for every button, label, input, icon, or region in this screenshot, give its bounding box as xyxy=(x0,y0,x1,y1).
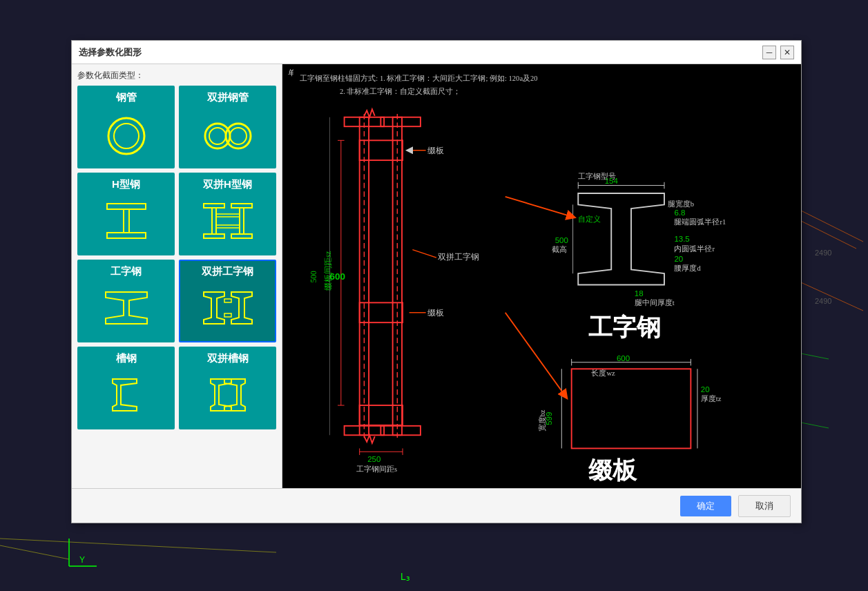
shape-label-h-beam: H型钢 xyxy=(112,178,140,191)
svg-point-19 xyxy=(230,128,247,144)
shape-selector-panel: 参数化截面类型： 钢管 双拼钢管 xyxy=(72,64,282,488)
shape-icon-gangguan xyxy=(83,104,169,163)
svg-text:2. 非标准工字钢：自定义截面尺寸；: 2. 非标准工字钢：自定义截面尺寸； xyxy=(340,87,461,95)
svg-rect-31 xyxy=(224,299,231,302)
svg-text:内圆弧半径r: 内圆弧半径r xyxy=(674,244,715,253)
shape-icon-double-h xyxy=(184,191,271,250)
svg-point-15 xyxy=(114,124,139,148)
shape-icon-channel xyxy=(83,365,169,424)
svg-text:13.5: 13.5 xyxy=(674,235,689,243)
svg-text:缀板: 缀板 xyxy=(427,309,444,317)
shape-label-gangguan: 钢管 xyxy=(116,91,137,104)
svg-text:600: 600 xyxy=(330,271,345,282)
svg-text:双拼工字钢: 双拼工字钢 xyxy=(438,252,479,261)
dialog-title: 选择参数化图形 xyxy=(79,46,142,59)
svg-text:腰厚度d: 腰厚度d xyxy=(674,264,701,272)
svg-text:2490: 2490 xyxy=(815,297,831,305)
svg-text:2490: 2490 xyxy=(815,249,831,257)
cancel-button[interactable]: 取消 xyxy=(738,495,791,517)
svg-text:500: 500 xyxy=(309,271,318,283)
svg-text:腿宽度b: 腿宽度b xyxy=(668,200,694,208)
shape-item-double-i[interactable]: 双拼工字钢 xyxy=(179,260,276,342)
svg-text:500: 500 xyxy=(555,236,568,244)
svg-rect-32 xyxy=(224,313,231,317)
svg-text:600: 600 xyxy=(617,354,630,362)
shape-item-channel[interactable]: 槽钢 xyxy=(77,347,175,429)
preview-area: 单位：mm 工字钢至钢柱锚固方式: 1. 标准工字钢：大间距大工字钢; 例如: … xyxy=(282,64,801,488)
shape-item-shuangpin-gangguan[interactable]: 双拼钢管 xyxy=(179,86,276,168)
shape-label-double-i: 双拼工字钢 xyxy=(202,265,253,278)
svg-text:腿中间厚度t: 腿中间厚度t xyxy=(635,298,675,307)
shape-item-gangguan[interactable]: 钢管 xyxy=(77,86,175,168)
shape-label-channel: 槽钢 xyxy=(116,352,137,365)
svg-text:工字钢间距s: 工字钢间距s xyxy=(356,465,397,473)
svg-text:腿端圆弧半径r1: 腿端圆弧半径r1 xyxy=(674,217,726,226)
svg-text:工字钢型号: 工字钢型号 xyxy=(578,172,616,180)
close-button[interactable]: ✕ xyxy=(780,46,794,59)
shape-item-double-h[interactable]: 双拼H型钢 xyxy=(179,173,276,255)
shape-icon-h-beam xyxy=(83,191,169,250)
svg-text:厚度tz: 厚度tz xyxy=(701,394,722,403)
select-shape-dialog: 选择参数化图形 ─ ✕ 参数化截面类型： 钢管 xyxy=(71,40,802,523)
svg-text:250: 250 xyxy=(367,455,380,463)
svg-rect-30 xyxy=(216,225,240,228)
preview-svg: 工字钢至钢柱锚固方式: 1. 标准工字钢：大间距大工字钢; 例如: 120a及2… xyxy=(282,64,801,488)
dialog-footer: 确定 取消 xyxy=(72,488,801,523)
svg-rect-29 xyxy=(216,214,240,217)
svg-text:Y: Y xyxy=(79,555,85,565)
shape-item-double-channel[interactable]: 双拼槽钢 xyxy=(179,347,276,429)
svg-rect-21 xyxy=(107,233,146,238)
shape-label-shuangpin-gangguan: 双拼钢管 xyxy=(207,91,249,104)
confirm-button[interactable]: 确定 xyxy=(680,496,731,516)
dialog-controls: ─ ✕ xyxy=(762,46,794,59)
svg-rect-25 xyxy=(212,208,216,234)
svg-text:缀板: 缀板 xyxy=(427,146,444,155)
shape-icon-shuangpin-gangguan xyxy=(184,104,271,163)
section-type-label: 参数化截面类型： xyxy=(77,70,276,81)
shape-icon-double-channel xyxy=(184,365,271,424)
svg-text:20: 20 xyxy=(701,385,710,394)
svg-text:截高: 截高 xyxy=(552,245,567,253)
shape-item-i-beam[interactable]: 工字钢 xyxy=(77,260,175,342)
svg-text:长度wz: 长度wz xyxy=(591,369,615,377)
svg-text:20: 20 xyxy=(674,255,683,263)
shape-label-i-beam: 工字钢 xyxy=(110,265,142,278)
svg-text:18: 18 xyxy=(635,289,644,298)
shape-label-double-channel: 双拼槽钢 xyxy=(207,352,249,365)
minimize-button[interactable]: ─ xyxy=(762,46,776,59)
shape-grid: 钢管 双拼钢管 xyxy=(77,86,276,429)
svg-point-17 xyxy=(209,128,226,144)
svg-text:L₃: L₃ xyxy=(401,571,410,582)
svg-text:宽度bz: 宽度bz xyxy=(538,409,546,432)
svg-text:缀板: 缀板 xyxy=(588,457,638,483)
shape-label-double-h: 双拼H型钢 xyxy=(203,178,252,191)
dialog-titlebar: 选择参数化图形 ─ ✕ xyxy=(72,41,801,64)
svg-text:自定义: 自定义 xyxy=(578,215,601,223)
svg-rect-22 xyxy=(124,209,129,233)
svg-text:工字钢至钢柱锚固方式: 1. 标准工字钢：大间距大工字钢; : 工字钢至钢柱锚固方式: 1. 标准工字钢：大间距大工字钢; 例如: 120a及2… xyxy=(300,74,537,82)
shape-icon-i-beam xyxy=(83,278,169,337)
svg-text:工字钢: 工字钢 xyxy=(588,313,661,340)
svg-rect-20 xyxy=(107,204,146,209)
svg-rect-28 xyxy=(240,208,244,234)
dialog-content: 参数化截面类型： 钢管 双拼钢管 xyxy=(72,64,801,488)
shape-item-h-beam[interactable]: H型钢 xyxy=(77,173,175,255)
svg-text:6.8: 6.8 xyxy=(674,209,685,217)
shape-icon-double-i xyxy=(184,278,271,337)
